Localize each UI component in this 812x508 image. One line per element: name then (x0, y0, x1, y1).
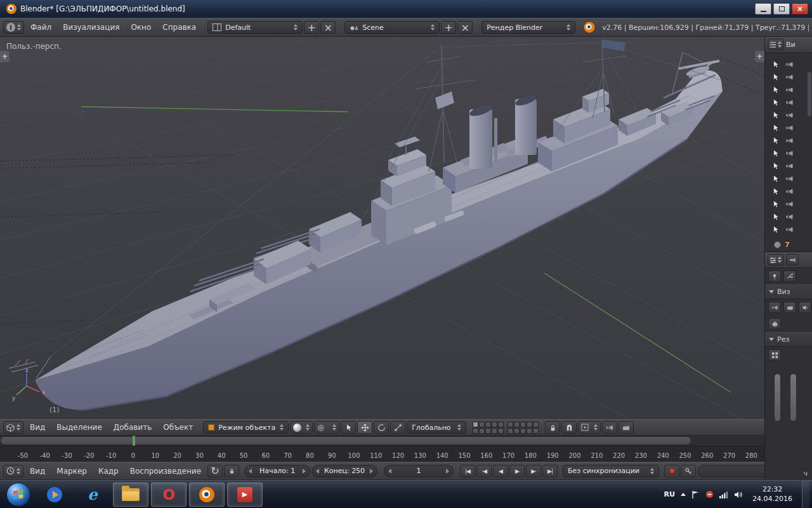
render-audio-button[interactable] (799, 302, 811, 313)
viewport-3d[interactable]: Польз.-персп. + + z y x (1) (0, 37, 764, 419)
window-titlebar[interactable]: Blender* [G:\ЭЛЬПИДИФОР\untitled.blend] … (0, 0, 812, 18)
menu-add[interactable]: Добавить (108, 423, 157, 432)
layer-toggle[interactable] (533, 428, 539, 434)
outliner-row[interactable] (765, 223, 812, 236)
layer-toggle[interactable] (492, 422, 497, 427)
tray-clock[interactable]: 22:32 24.04.2016 (749, 485, 796, 504)
outliner-view-menu[interactable]: Ви (786, 41, 796, 49)
manipulator-translate-button[interactable] (357, 421, 372, 434)
scene-delete-button[interactable]: × (457, 21, 473, 34)
decrement-arrow-icon[interactable] (249, 469, 252, 474)
menu-select[interactable]: Выделение (51, 423, 107, 432)
menu-render[interactable]: Визуализация (58, 23, 124, 32)
taskbar-media-player-button[interactable] (37, 483, 72, 507)
menu-help[interactable]: Справка (157, 23, 201, 32)
menu-tl-playback[interactable]: Воспроизведение (125, 467, 206, 476)
outliner-row[interactable] (765, 159, 812, 172)
menu-window[interactable]: Окно (126, 23, 156, 32)
scene-selector[interactable]: Scene (344, 21, 440, 34)
editor-type-button-outliner[interactable] (768, 39, 783, 50)
current-frame-field[interactable]: 1 (384, 465, 454, 478)
taskbar-opera-button[interactable]: O (151, 483, 187, 507)
layer-toggle[interactable] (498, 422, 504, 427)
editor-type-button-view3d[interactable] (3, 421, 23, 434)
layer-toggle[interactable] (508, 422, 513, 427)
layer-toggle[interactable] (520, 422, 526, 427)
manipulator-toggle-button[interactable] (341, 421, 356, 434)
layer-toggle[interactable] (473, 428, 478, 434)
lock-time-button[interactable] (224, 465, 239, 478)
render-visibility-icon[interactable] (785, 225, 794, 234)
jump-to-end-button[interactable]: ▶| (542, 465, 558, 478)
restore-button[interactable] (773, 3, 790, 15)
auto-keyframe-button[interactable] (664, 465, 679, 478)
cursor-icon[interactable] (771, 213, 780, 221)
opengl-render-image-button[interactable] (602, 421, 617, 434)
taskbar-kmplayer-button[interactable]: ▶ (227, 483, 263, 507)
scene-add-button[interactable]: + (441, 21, 456, 34)
transform-orientation-selector[interactable]: Глобально (407, 421, 466, 434)
menu-tl-marker[interactable]: Маркер (51, 467, 92, 476)
render-visibility-icon[interactable] (785, 124, 794, 132)
menu-tl-frame[interactable]: Кадр (93, 467, 124, 476)
cursor-icon[interactable] (771, 187, 780, 196)
cursor-icon[interactable] (771, 60, 780, 69)
sidebar-expand-tab[interactable]: + (755, 51, 764, 62)
render-visibility-icon[interactable] (785, 98, 794, 107)
increment-arrow-icon[interactable] (303, 469, 306, 474)
cursor-icon[interactable] (771, 111, 780, 119)
layer-toggle[interactable] (533, 422, 539, 427)
mode-selector[interactable]: Режим объекта (203, 421, 289, 434)
render-visibility-icon[interactable] (785, 149, 794, 157)
render-tab-button[interactable] (786, 254, 799, 265)
slider-pill[interactable] (774, 373, 781, 422)
cursor-icon[interactable] (771, 162, 780, 170)
frame-end-field[interactable]: Конец: 250 (311, 465, 377, 478)
layer-toggle[interactable] (492, 428, 497, 434)
cursor-icon[interactable] (771, 175, 780, 183)
increment-arrow-icon[interactable] (446, 469, 449, 474)
outliner-row[interactable] (765, 109, 812, 121)
close-button[interactable]: × (792, 3, 808, 15)
previous-keyframe-button[interactable]: ·◀ (476, 465, 492, 478)
layer-toggle[interactable] (498, 428, 504, 434)
render-visibility-icon[interactable] (785, 187, 794, 196)
screen-layout-add-button[interactable]: + (304, 21, 319, 34)
update-status-icon[interactable] (705, 490, 714, 498)
render-visibility-icon[interactable] (785, 162, 794, 170)
outliner-row[interactable] (765, 121, 812, 134)
layer-toggle[interactable] (479, 422, 485, 427)
tray-expand-icon[interactable] (681, 493, 686, 496)
render-animation-button[interactable] (783, 302, 796, 313)
jump-to-start-button[interactable]: |◀ (460, 465, 475, 478)
show-desktop-button[interactable] (802, 481, 809, 508)
layer-toggle[interactable] (485, 422, 491, 427)
pivot-point-selector[interactable]: ◎ (314, 421, 339, 434)
render-visibility-icon[interactable] (785, 86, 794, 94)
snap-toggle-button[interactable] (561, 421, 577, 434)
increment-arrow-icon[interactable] (370, 469, 373, 474)
render-visibility-icon[interactable] (785, 200, 794, 208)
layer-toggle[interactable] (479, 428, 485, 434)
cursor-icon[interactable] (771, 86, 780, 94)
play-reverse-button[interactable]: ◀ (493, 465, 508, 478)
cursor-icon[interactable] (771, 137, 780, 145)
properties-context-button[interactable] (783, 271, 796, 282)
timeline-hscrollbar[interactable] (0, 436, 691, 445)
outliner-row[interactable] (765, 197, 812, 210)
cursor-icon[interactable] (771, 124, 780, 132)
outliner-row[interactable] (765, 58, 812, 70)
decrement-arrow-icon[interactable] (316, 469, 319, 474)
editor-type-button-timeline[interactable] (3, 465, 23, 478)
start-button[interactable] (6, 483, 30, 507)
layer-toggle[interactable] (508, 428, 513, 434)
tray-language-indicator[interactable]: RU (664, 490, 675, 498)
render-visibility-icon[interactable] (785, 137, 794, 145)
layer-toggle[interactable] (514, 428, 520, 434)
layer-toggle[interactable] (514, 422, 520, 427)
current-frame-marker[interactable] (133, 436, 135, 446)
cursor-icon[interactable] (771, 73, 780, 81)
outliner-scrollbar[interactable] (808, 72, 811, 116)
manipulator-rotate-button[interactable] (374, 421, 389, 434)
cursor-icon[interactable] (771, 225, 780, 234)
